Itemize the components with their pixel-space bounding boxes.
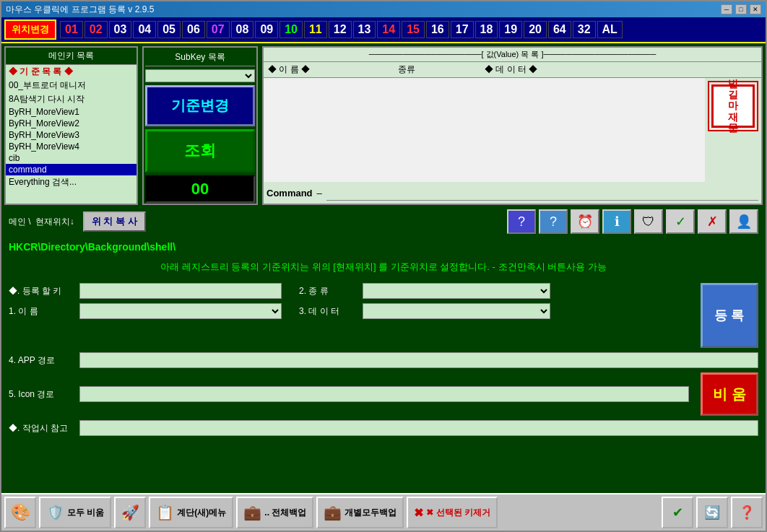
check-toolbar-icon[interactable]: ✓	[666, 209, 695, 234]
note-input[interactable]	[79, 420, 758, 436]
ribbon-num-15[interactable]: 15	[402, 21, 425, 38]
shield-toolbar-icon[interactable]: 🛡	[634, 209, 663, 234]
ribbon-num-13[interactable]: 13	[353, 21, 376, 38]
value-panel: ────────────────────[ 값(Value) 목 록 ]────…	[262, 46, 763, 205]
ribbon-num-19[interactable]: 19	[499, 21, 522, 38]
bottom-btn-new-menu[interactable]: 📋 계단(새)메뉴	[149, 497, 233, 528]
user-toolbar-icon[interactable]: 👤	[729, 209, 758, 234]
delete-key-icon: ✖	[414, 506, 423, 520]
ribbon-num-20[interactable]: 20	[524, 21, 547, 38]
bottom-btn-clear-all[interactable]: 🛡️ 모두 비움	[39, 497, 111, 528]
ribbon-num-17[interactable]: 17	[451, 21, 474, 38]
list-item[interactable]: ByRH_MoreView3	[6, 129, 136, 141]
info-text: 아래 레지스트리 등록의 기준위치는 위의 [현재위치] 를 기준위치로 설정합…	[160, 261, 607, 272]
ribbon-num-03[interactable]: 03	[109, 21, 132, 38]
window-title: 마우스 우클릭에 프로그램 등록 v 2.9.5	[6, 4, 154, 16]
name-select-wrapper	[79, 303, 282, 319]
ribbon-num-10[interactable]: 10	[280, 21, 303, 38]
list-item[interactable]: ByRH_MoreView2	[6, 118, 136, 129]
main-window: 마우스 우클릭에 프로그램 등록 v 2.9.5 ─ □ ✕ 위치변경 0102…	[0, 0, 767, 532]
minimize-button[interactable]: ─	[721, 4, 732, 14]
list-item[interactable]: ◆ 기 준 목 록 ◆	[6, 65, 136, 79]
bottom-btn-refresh[interactable]: 🔄	[696, 497, 728, 528]
ribbon-num-14[interactable]: 14	[377, 21, 400, 38]
maximize-button[interactable]: □	[735, 4, 747, 14]
bottom-btn-full-backup[interactable]: 💼 .. 전체백업	[236, 497, 313, 528]
subkey-change-button[interactable]: 기준변경	[145, 85, 255, 126]
bottom-btn-individual-backup[interactable]: 💼 개별모두백업	[316, 497, 404, 528]
ribbon-num-64[interactable]: 64	[548, 21, 571, 38]
ribbon-num-04[interactable]: 04	[133, 21, 156, 38]
col-type-header: 종류	[398, 64, 485, 76]
close-button[interactable]: ✕	[750, 4, 761, 14]
data-select[interactable]	[363, 303, 550, 319]
data-label: 3. 데 이 터	[299, 305, 357, 318]
icon-path-input[interactable]	[79, 386, 689, 402]
register-button[interactable]: 등 록	[701, 283, 758, 348]
current-pos-label: 현재위치↓	[35, 216, 74, 228]
app-path-input[interactable]	[79, 352, 758, 368]
bottom-btn-check[interactable]: ✔	[662, 497, 693, 528]
main-menu-panel: 메인키 목록 ◆ 기 준 목 록 ◆00_부트로더 매니저8A탐색기 다시 시작…	[4, 46, 138, 205]
copy-position-button[interactable]: 위 치 복 사	[83, 212, 146, 232]
ribbon-num-05[interactable]: 05	[157, 21, 181, 38]
ribbon-num-AL[interactable]: AL	[597, 21, 623, 38]
ribbon-num-32[interactable]: 32	[573, 21, 596, 38]
subkey-panel: SubKey 목록 기준변경 조회 00	[142, 46, 258, 205]
ribbon-num-06[interactable]: 06	[182, 21, 205, 38]
bottom-btn-paint[interactable]: 🎨	[4, 497, 36, 528]
value-table-body[interactable]	[264, 78, 705, 182]
delete-key-label: ✖ 선택된 키제거	[426, 507, 490, 519]
name-label: 1. 이 름	[9, 305, 74, 318]
app-path-label: 4. APP 경로	[9, 354, 74, 367]
ribbon-num-09[interactable]: 09	[255, 21, 278, 38]
individual-backup-label: 개별모두백업	[344, 507, 396, 519]
help1-icon[interactable]: ?	[507, 209, 536, 234]
list-item[interactable]: Everything 검색...	[6, 175, 136, 189]
position-change-button[interactable]: 위치변경	[4, 19, 56, 40]
new-menu-label: 계단(새)메뉴	[177, 507, 226, 519]
list-item[interactable]: ByRH_MoreView1	[6, 106, 136, 118]
ribbon-num-01[interactable]: 01	[60, 21, 83, 38]
full-backup-label: .. 전체백업	[264, 507, 306, 519]
ribbon-num-02[interactable]: 02	[84, 21, 108, 38]
name-select[interactable]	[79, 303, 282, 319]
ribbon-num-08[interactable]: 08	[231, 21, 254, 38]
inquiry-button[interactable]: 조회	[145, 129, 255, 173]
hotkey-input[interactable]	[79, 283, 282, 299]
title-bar: 마우스 우클릭에 프로그램 등록 v 2.9.5 ─ □ ✕	[1, 1, 766, 17]
list-item[interactable]: ByRH_MoreView4	[6, 141, 136, 152]
type-select[interactable]	[363, 283, 550, 299]
list-item[interactable]: 00_부트로더 매니저	[6, 79, 136, 92]
clear-button[interactable]: 비 움	[701, 372, 758, 416]
ribbon-num-12[interactable]: 12	[329, 21, 352, 38]
info-icon[interactable]: ℹ	[602, 209, 631, 234]
ribbon: 위치변경 01020304050607080910111213141516171…	[1, 17, 766, 43]
x-toolbar-icon[interactable]: ✗	[698, 209, 727, 234]
refresh-icon: 🔄	[704, 505, 720, 520]
bottom-btn-rocket[interactable]: 🚀	[114, 497, 146, 528]
info-bar: 아래 레지스트리 등록의 기준위치는 위의 [현재위치] 를 기준위치로 설정합…	[4, 258, 763, 276]
middle-row: 메인 \ 현재위치↓ 위 치 복 사 ??⏰ℹ🛡✓✗👤	[4, 207, 763, 236]
list-item[interactable]: cib	[6, 152, 136, 164]
ribbon-num-16[interactable]: 16	[426, 21, 449, 38]
help2-icon[interactable]: ?	[539, 209, 568, 234]
ribbon-num-11[interactable]: 11	[304, 21, 327, 38]
clock-icon[interactable]: ⏰	[571, 209, 599, 234]
ribbon-num-07[interactable]: 07	[207, 21, 230, 38]
check-icon: ✔	[672, 505, 683, 520]
command-dash: –	[317, 188, 322, 199]
subkey-dropdown[interactable]	[145, 69, 255, 82]
ribbon-num-18[interactable]: 18	[475, 21, 498, 38]
list-item[interactable]: command	[6, 164, 136, 175]
data-select-wrapper	[363, 303, 550, 319]
list-item[interactable]: 8A탐색기 다시 시작	[6, 92, 136, 106]
command-input[interactable]	[326, 185, 758, 201]
main-label: 메인 \	[9, 216, 31, 228]
bottom-btn-help[interactable]: ❓	[731, 497, 763, 528]
ribbon-numbers: 0102030405060708091011121314151617181920…	[59, 20, 623, 39]
main-menu-listbox[interactable]: ◆ 기 준 목 록 ◆00_부트로더 매니저8A탐색기 다시 시작ByRH_Mo…	[6, 65, 136, 204]
bottom-btn-delete-key[interactable]: ✖ ✖ 선택된 키제거	[407, 497, 498, 528]
col-name-header: ◆ 이 름 ◆	[268, 64, 398, 76]
form-row-iconpath: 5. Icon 경로 비 움	[9, 372, 758, 416]
